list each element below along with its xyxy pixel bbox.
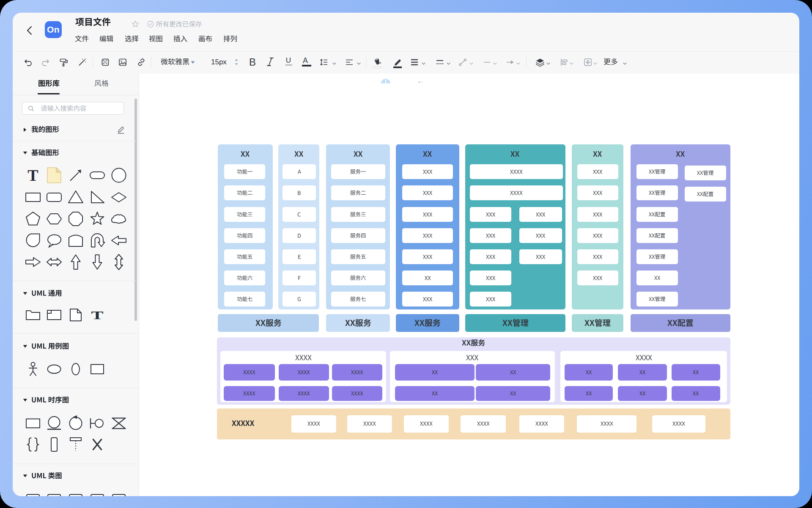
svg-text:T: T — [27, 167, 38, 184]
svg-text:T: T — [91, 308, 104, 321]
